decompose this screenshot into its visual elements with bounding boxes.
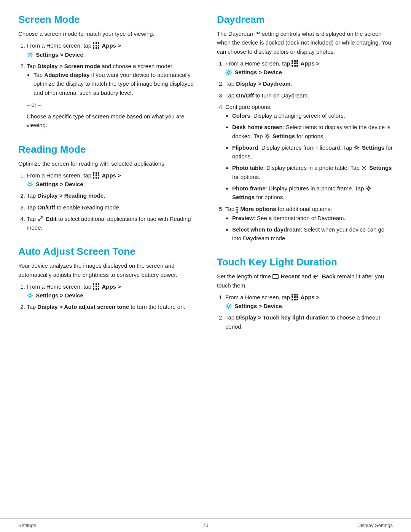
reading-step-3: Tap On/Off to enable Reading mode. <box>27 203 194 212</box>
settings-gear-icon-inline <box>354 145 360 150</box>
reading-mode-section: Reading Mode Optimize the screen for rea… <box>18 144 194 232</box>
touch-key-steps: From a Home screen, tap Apps > Sett <box>225 293 393 331</box>
apps-icon <box>93 42 100 49</box>
settings-device-label: Settings > Device <box>234 69 282 75</box>
recent-icon <box>272 274 279 279</box>
apps-label: Apps > <box>102 42 121 49</box>
settings-gear-icon-inline <box>361 165 367 171</box>
apps-label: Apps > <box>102 172 121 179</box>
footer-center: 70 <box>203 522 208 528</box>
reading-mode-title: Reading Mode <box>18 144 194 155</box>
svg-point-7 <box>266 135 268 137</box>
settings-gear-icon <box>27 51 33 58</box>
auto-adjust-intro: Your device analyzes the images displaye… <box>18 261 194 279</box>
back-label: Back <box>322 273 336 280</box>
settings-gear-icon <box>225 69 232 76</box>
svg-point-1 <box>29 183 31 185</box>
reading-step-2: Tap Display > Reading mode. <box>27 191 194 200</box>
svg-point-11 <box>228 305 230 307</box>
photo-frame-option: Photo frame: Display pictures in a photo… <box>232 184 393 202</box>
edit-pencil-icon <box>37 216 43 222</box>
apps-label: Apps > <box>300 294 319 300</box>
auto-adjust-section: Auto Adjust Screen Tone Your device anal… <box>18 246 194 311</box>
on-off-label: On/Off <box>37 204 55 211</box>
reading-step-4: Tap Edit to select additional applicatio… <box>27 214 194 232</box>
recent-label: Recent <box>281 273 300 280</box>
settings-device-label: Settings > Device <box>234 303 282 309</box>
screen-mode-intro: Choose a screen mode to match your type … <box>18 29 194 38</box>
svg-point-10 <box>368 187 370 189</box>
apps-icon <box>292 60 298 67</box>
apps-icon <box>93 283 100 290</box>
tap-text: Tap <box>27 63 37 69</box>
or-line: – or – <box>27 100 194 109</box>
daydream-step-5: Tap More options for additional options:… <box>225 204 393 243</box>
touch-key-step-2: Tap Display > Touch key light duration t… <box>225 313 393 331</box>
settings-gear-icon <box>27 181 33 188</box>
svg-point-9 <box>363 167 365 169</box>
colors-option: Colors: Display a changing screen of col… <box>232 111 393 120</box>
svg-point-5 <box>29 294 31 297</box>
display-touch-key-label: Display > Touch key light duration <box>236 314 329 321</box>
settings-gear-icon-inline <box>366 185 371 191</box>
settings-gear-icon <box>225 303 232 310</box>
choose-text: Choose a specific type of screen mode ba… <box>27 112 194 130</box>
auto-adjust-step-1: From a Home screen, tap Apps > Sett <box>27 282 194 300</box>
content: Screen Mode Choose a screen mode to matc… <box>0 0 411 518</box>
screen-mode-bullets: Tap Adaptive display if you want your de… <box>33 70 194 97</box>
footer: Settings 70 Display Settings <box>0 518 411 532</box>
step-text: From a Home screen, tap <box>27 172 93 179</box>
reading-step-1: From a Home screen, tap Apps > Sett <box>27 171 194 189</box>
footer-right: Display Settings <box>357 522 393 528</box>
back-icon <box>313 274 320 280</box>
auto-adjust-title: Auto Adjust Screen Tone <box>18 246 194 257</box>
select-when-option: Select when to daydream: Select when you… <box>232 225 393 243</box>
touch-key-intro: Set the length of time Recent and Back r… <box>217 272 393 290</box>
touch-key-step-1: From a Home screen, tap Apps > Sett <box>225 293 393 311</box>
desk-home-option: Desk home screen: Select items to displa… <box>232 123 393 141</box>
screen-mode-step-1: From a Home screen, tap Apps > Sett <box>27 41 194 59</box>
more-options-label: More options <box>241 206 276 212</box>
daydream-options: Colors: Display a changing screen of col… <box>232 111 393 201</box>
apps-label: Apps > <box>300 60 319 67</box>
display-reading-mode-label: Display > Reading mode <box>37 192 104 199</box>
display-daydream-label: Display > Daydream <box>236 80 290 87</box>
right-column: Daydream The Daydream™ setting controls … <box>209 14 393 495</box>
tap-label: Tap <box>33 72 44 78</box>
svg-line-4 <box>39 218 41 220</box>
daydream-section: Daydream The Daydream™ setting controls … <box>217 14 393 243</box>
screen-mode-section: Screen Mode Choose a screen mode to matc… <box>18 14 194 130</box>
photo-table-option: Photo table: Display pictures in a photo… <box>232 163 393 181</box>
touch-key-title: Touch Key Light Duration <box>217 256 393 268</box>
auto-adjust-steps: From a Home screen, tap Apps > Sett <box>27 282 194 312</box>
on-off-label: On/Off <box>236 92 254 99</box>
apps-label: Apps > <box>102 283 121 290</box>
step2-rest: and choose a screen mode: <box>100 63 172 69</box>
settings-gear-icon-inline <box>264 133 270 139</box>
period: . <box>83 51 85 58</box>
touch-key-section: Touch Key Light Duration Set the length … <box>217 256 393 331</box>
screen-mode-steps: From a Home screen, tap Apps > Sett <box>27 41 194 129</box>
daydream-step-3: Tap On/Off to turn on Daydream. <box>225 91 393 100</box>
screen-mode-step-2: Tap Display > Screen mode and choose a s… <box>27 62 194 130</box>
preview-option: Preview: See a demonstration of Daydream… <box>232 214 393 222</box>
reading-mode-steps: From a Home screen, tap Apps > Sett <box>27 171 194 232</box>
display-auto-adjust-label: Display > Auto adjust screen tone <box>37 304 129 310</box>
left-column: Screen Mode Choose a screen mode to matc… <box>18 14 209 495</box>
adaptive-display-label: Adaptive display <box>44 72 89 78</box>
more-options-list: Preview: See a demonstration of Daydream… <box>232 214 393 243</box>
settings-device-label: Settings > Device <box>36 51 83 58</box>
daydream-step-2: Tap Display > Daydream. <box>225 79 393 88</box>
svg-point-0 <box>29 54 31 56</box>
reading-mode-intro: Optimize the screen for reading with sel… <box>18 159 194 168</box>
page: Screen Mode Choose a screen mode to matc… <box>0 0 411 532</box>
footer-left: Settings <box>18 522 36 528</box>
edit-label: Edit <box>46 216 57 222</box>
apps-icon <box>93 172 100 179</box>
daydream-title: Daydream <box>217 14 393 26</box>
adaptive-display-bullet: Tap Adaptive display if you want your de… <box>33 70 194 97</box>
svg-point-6 <box>228 71 230 73</box>
display-screen-mode-label: Display > Screen mode <box>37 63 100 69</box>
screen-mode-title: Screen Mode <box>18 14 194 26</box>
apps-icon <box>292 294 298 301</box>
